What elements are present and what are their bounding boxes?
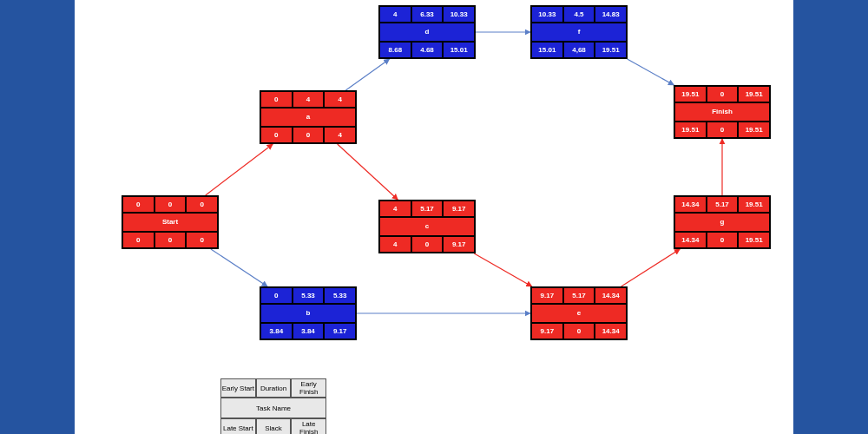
legend-task-name: Task Name <box>220 398 326 418</box>
early-finish: 14.34 <box>595 287 627 304</box>
late-start: 15.01 <box>531 42 563 58</box>
late-start: 0 <box>122 232 155 248</box>
late-start: 19.51 <box>674 122 707 138</box>
task-name: f <box>531 23 627 42</box>
diagram-canvas: 000Start000044a00405.335.33b3.843.849.17… <box>75 0 793 434</box>
slack: 0 <box>707 122 739 138</box>
duration: 5.33 <box>293 287 325 304</box>
edge-c-e <box>474 253 532 286</box>
task-name: c <box>379 217 475 236</box>
late-finish: 9.17 <box>324 323 356 339</box>
duration: 4.5 <box>563 6 595 23</box>
slack: 0 <box>155 232 187 248</box>
task-name: g <box>674 213 770 232</box>
late-start: 4 <box>379 236 411 253</box>
late-finish: 9.17 <box>443 236 475 253</box>
task-name: e <box>531 304 627 323</box>
slack: 0 <box>563 323 595 339</box>
task-name: b <box>260 304 356 323</box>
late-finish: 19.51 <box>738 122 770 138</box>
early-finish: 5.33 <box>324 287 356 304</box>
late-start: 3.84 <box>260 323 293 339</box>
early-start: 4 <box>379 6 411 23</box>
slack: 0 <box>411 236 444 253</box>
duration: 0 <box>707 86 739 102</box>
edge-e-g <box>621 249 681 286</box>
early-finish: 14.83 <box>595 6 627 23</box>
node-start: 000Start000 <box>122 195 219 249</box>
early-start: 19.51 <box>674 86 707 102</box>
task-name: Finish <box>674 102 770 122</box>
late-finish: 4 <box>324 127 356 143</box>
early-finish: 0 <box>186 196 218 213</box>
late-start: 9.17 <box>531 323 563 339</box>
node-d: 46.3310.33d8.684.6815.01 <box>378 5 476 59</box>
early-finish: 19.51 <box>738 86 770 102</box>
late-finish: 19.51 <box>595 42 627 58</box>
late-finish: 15.01 <box>443 42 475 58</box>
edge-f-finish <box>628 59 674 85</box>
node-g: 14.345.1719.51g14.34019.51 <box>674 195 771 249</box>
early-start: 4 <box>379 201 411 217</box>
node-f: 10.334.514.83f15.014,6819.51 <box>530 5 628 59</box>
duration: 6.33 <box>411 6 444 23</box>
node-c: 45.179.17c409.17 <box>378 200 476 253</box>
node-a: 044a004 <box>260 90 357 144</box>
legend-late-finish: Late Finish <box>291 418 326 434</box>
late-finish: 0 <box>186 232 218 248</box>
early-finish: 19.51 <box>738 196 770 213</box>
early-finish: 10.33 <box>443 6 475 23</box>
duration: 5.17 <box>411 201 444 217</box>
legend-early-start: Early Start <box>220 378 256 398</box>
legend: Early StartDurationEarly FinishTask Name… <box>220 378 326 434</box>
node-finish: 19.51019.51Finish19.51019.51 <box>674 85 771 139</box>
slack: 4.68 <box>411 42 444 58</box>
slack: 0 <box>707 232 739 248</box>
slack: 0 <box>293 127 325 143</box>
early-start: 10.33 <box>531 6 563 23</box>
early-start: 0 <box>122 196 155 213</box>
task-name: d <box>379 23 475 42</box>
late-finish: 14.34 <box>595 323 627 339</box>
edge-a-c <box>338 144 398 200</box>
edge-start-a <box>206 144 273 195</box>
edge-a-d <box>345 59 389 90</box>
duration: 5.17 <box>563 287 595 304</box>
task-name: Start <box>122 213 218 232</box>
late-start: 8.68 <box>379 42 411 58</box>
legend-early-finish: Early Finish <box>291 378 326 398</box>
late-start: 0 <box>260 127 293 143</box>
late-finish: 19.51 <box>738 232 770 248</box>
early-finish: 4 <box>324 91 356 108</box>
early-start: 14.34 <box>674 196 707 213</box>
early-start: 0 <box>260 287 293 304</box>
duration: 4 <box>293 91 325 108</box>
early-start: 0 <box>260 91 293 108</box>
duration: 5.17 <box>707 196 739 213</box>
early-finish: 9.17 <box>443 201 475 217</box>
node-b: 05.335.33b3.843.849.17 <box>260 286 357 340</box>
late-start: 14.34 <box>674 232 707 248</box>
slack: 4,68 <box>563 42 595 58</box>
early-start: 9.17 <box>531 287 563 304</box>
legend-late-start: Late Start <box>220 418 256 434</box>
slack: 3.84 <box>293 323 325 339</box>
node-e: 9.175.1714.34e9.17014.34 <box>530 286 628 340</box>
legend-slack: Slack <box>256 418 292 434</box>
legend-duration: Duration <box>256 378 292 398</box>
task-name: a <box>260 108 356 127</box>
duration: 0 <box>155 196 187 213</box>
edge-start-b <box>211 249 267 286</box>
